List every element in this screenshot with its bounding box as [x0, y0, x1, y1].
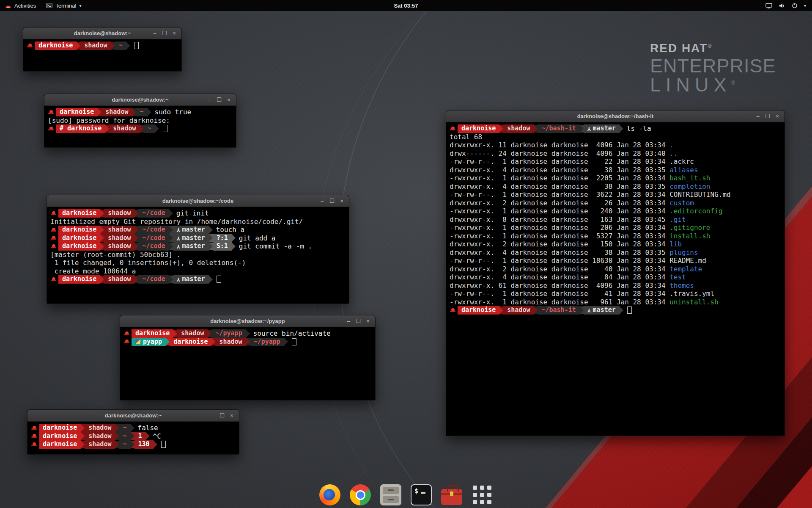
- maximize-button[interactable]: ☐: [215, 97, 223, 103]
- terminal-mini-icon: [46, 3, 52, 8]
- terminal-prompt-line: darknoiseshadow~/codeYmastertouch a: [50, 226, 346, 234]
- chrome-icon[interactable]: [349, 483, 372, 506]
- close-button[interactable]: ×: [337, 198, 346, 204]
- desktop: RED HAT® ENTERPRISE LINUX® Activities: [0, 0, 812, 508]
- minimize-button[interactable]: –: [754, 113, 762, 119]
- terminal-window-sudo[interactable]: darknoise@shadow:~ – ☐ × darknoiseshadow…: [44, 94, 236, 148]
- close-button[interactable]: ×: [170, 30, 178, 36]
- prompt-segment-host: shadow: [177, 329, 208, 338]
- powerline-separator: [140, 125, 144, 133]
- toolbox-glyph: [441, 489, 462, 505]
- command-text: ls -la: [623, 124, 651, 133]
- close-button[interactable]: ×: [773, 113, 782, 119]
- maximize-button[interactable]: ☐: [160, 30, 169, 36]
- file-name: themes: [669, 282, 694, 290]
- file-meta: -rw-rw-r--. 1 darknoise darknoise 18630 …: [450, 257, 669, 265]
- terminal-content[interactable]: darknoiseshadow~/codegit initInitialized…: [47, 207, 349, 286]
- titlebar[interactable]: darknoise@shadow:~ – ☐ ×: [27, 410, 239, 422]
- rhel-logo: RED HAT® ENTERPRISE LINUX®: [650, 42, 776, 95]
- system-status-area[interactable]: ▾: [765, 0, 812, 11]
- chrome-logo: [350, 484, 371, 505]
- powerline-separator: [132, 108, 136, 116]
- grid-dot: [487, 486, 491, 490]
- terminal-cursor: [217, 276, 221, 283]
- file-meta: drwxrwxr-x. 4 darknoise darknoise 84 Jan…: [450, 273, 669, 281]
- prompt-segment-host: shadow: [102, 108, 132, 116]
- terminal-prompt-line: darknoiseshadow~/bash-itYmaster: [450, 306, 781, 315]
- firefox-icon[interactable]: [318, 483, 341, 506]
- terminal-window-bash-it[interactable]: darknoise@shadow:~/bash-it – ☐ × darknoi…: [446, 110, 785, 436]
- file-name: README.md: [669, 257, 706, 265]
- titlebar[interactable]: darknoise@shadow:~/bash-it – ☐ ×: [446, 110, 785, 122]
- terminal-icon[interactable]: $: [410, 483, 433, 506]
- file-list-row: -rwxrwxr-x. 1 darknoise darknoise 206 Ja…: [450, 224, 781, 232]
- terminal-content[interactable]: darknoiseshadow~: [23, 39, 181, 52]
- window-title: darknoise@shadow:~/bash-it: [446, 113, 785, 119]
- close-button[interactable]: ×: [228, 412, 236, 419]
- redhat-prompt-icon: [51, 236, 56, 240]
- file-list-row: -rw-rw-r--. 1 darknoise darknoise 41 Jan…: [450, 290, 781, 298]
- app-grid-icon[interactable]: [471, 483, 494, 506]
- file-meta: -rw-rw-r--. 1 darknoise darknoise 3622 J…: [450, 190, 669, 199]
- terminal-output-line: 1 file changed, 0 insertions(+), 0 delet…: [50, 259, 346, 267]
- powerline-separator: [100, 226, 104, 234]
- clock[interactable]: Sat 03:57: [394, 3, 418, 9]
- toolbox-handle: [447, 485, 459, 491]
- minimize-button[interactable]: –: [344, 318, 353, 324]
- app-menu-terminal[interactable]: Terminal ▾: [41, 0, 86, 11]
- grid-dot: [487, 493, 491, 497]
- terminal-content[interactable]: darknoiseshadow~/bash-itYmasterls -latot…: [446, 122, 785, 317]
- activities-button[interactable]: Activities: [0, 0, 41, 11]
- minimize-button[interactable]: –: [151, 30, 159, 36]
- maximize-button[interactable]: ☐: [354, 318, 362, 324]
- files-icon[interactable]: [379, 483, 402, 506]
- file-list-row: -rw-rw-r--. 1 darknoise darknoise 18630 …: [450, 257, 781, 265]
- file-meta: -rwxrwxr-x. 1 darknoise darknoise 206 Ja…: [450, 224, 669, 232]
- titlebar[interactable]: darknoise@shadow:~/pyapp – ☐ ×: [120, 315, 375, 327]
- titlebar[interactable]: darknoise@shadow:~ – ☐ ×: [44, 94, 236, 106]
- file-meta: drwxrwxr-x. 4 darknoise darknoise 38 Jan…: [450, 248, 669, 257]
- powerline-separator: [284, 338, 288, 345]
- terminal-prompt-line: darknoiseshadow~/bash-itYmasterls -la: [450, 124, 781, 133]
- powerline-separator: [131, 441, 134, 448]
- maximize-button[interactable]: ☐: [218, 412, 226, 419]
- titlebar[interactable]: darknoise@shadow:~/code – ☐ ×: [47, 195, 349, 207]
- command-text: false: [134, 424, 158, 432]
- minimize-button[interactable]: –: [208, 412, 217, 419]
- maximize-button[interactable]: ☐: [328, 198, 336, 204]
- close-button[interactable]: ×: [364, 318, 372, 324]
- terminal-output-line: Initialized empty Git repository in /hom…: [50, 218, 346, 226]
- close-button[interactable]: ×: [225, 97, 233, 103]
- terminal-content[interactable]: darknoiseshadow~falsedarknoiseshadow~1^C…: [27, 422, 239, 451]
- terminal-window-exitcodes[interactable]: darknoise@shadow:~ – ☐ × darknoiseshadow…: [27, 409, 239, 455]
- minimize-button[interactable]: –: [318, 198, 326, 204]
- file-name: aliases: [669, 166, 698, 174]
- file-name: uninstall.sh: [669, 298, 719, 306]
- drawer-knob: [388, 489, 394, 491]
- terminal-output-line: total 68: [450, 133, 781, 141]
- powerline-separator: [209, 234, 213, 242]
- file-meta: drwxrwxr-x. 61 darknoise darknoise 4096 …: [450, 282, 669, 290]
- terminal-content[interactable]: darknoiseshadow~/pyappsource bin/activat…: [120, 327, 375, 348]
- terminal-window-code[interactable]: darknoise@shadow:~/code – ☐ × darknoises…: [47, 195, 349, 304]
- terminal-window-home-1[interactable]: darknoise@shadow:~ – ☐ × darknoiseshadow…: [23, 27, 182, 72]
- prompt-segment-user: darknoise: [39, 440, 81, 449]
- redhat-prompt-icon: [31, 442, 37, 447]
- git-branch-icon: Y: [177, 226, 180, 234]
- maximize-button[interactable]: ☐: [763, 113, 772, 119]
- top-bar: Activities Terminal ▾ Sat 03:57: [0, 0, 812, 11]
- file-list-row: drwxrwxr-x. 11 darknoise darknoise 4096 …: [450, 141, 781, 149]
- prompt-segment-git: Ymaster: [584, 306, 620, 315]
- terminal-window-pyapp[interactable]: darknoise@shadow:~/pyapp – ☐ × darknoise…: [120, 315, 376, 400]
- powerline-separator: [534, 306, 538, 314]
- prompt-segment-git: Ymaster: [173, 275, 209, 284]
- prompt-segment-user: darknoise: [132, 329, 173, 338]
- terminal-cursor: [134, 42, 139, 49]
- titlebar[interactable]: darknoise@shadow:~ – ☐ ×: [23, 28, 181, 39]
- terminal-content[interactable]: darknoiseshadow~sudo true[sudo] password…: [44, 106, 236, 135]
- powerline-separator: [115, 441, 119, 448]
- powerline-separator: [169, 210, 173, 217]
- minimize-button[interactable]: –: [205, 97, 214, 103]
- toolbox-icon[interactable]: [440, 483, 463, 506]
- prompt-segment-host: shadow: [109, 124, 140, 133]
